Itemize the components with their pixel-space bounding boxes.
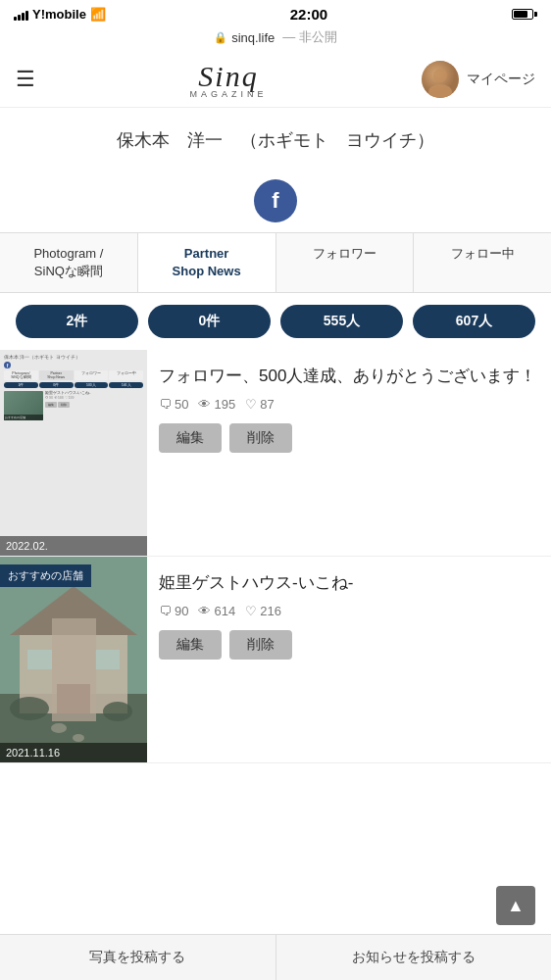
comment-count-2: 🗨 90 — [159, 604, 188, 618]
logo-text: Sinq — [198, 60, 258, 93]
url-text: sinq.life — [231, 30, 275, 45]
hamburger-menu-icon[interactable]: ☰ — [16, 67, 35, 92]
delete-button-1[interactable]: 削除 — [229, 423, 292, 453]
post-info-1: フォロワー、500人達成、ありがとうございます！ 🗨 50 👁 195 ♡ 87… — [147, 350, 551, 556]
facebook-icon[interactable]: f — [254, 179, 297, 222]
table-row: 保木本 洋一（ホギモト ヨウイチ） f Photogram/SiNQな瞬間 Pa… — [0, 350, 551, 557]
user-section: 保木本 洋一 （ホギモト ヨウイチ） — [0, 108, 551, 164]
comment-count-1: 🗨 50 — [159, 397, 188, 412]
post-thumbnail: 保木本 洋一（ホギモト ヨウイチ） f Photogram/SiNQな瞬間 Pa… — [0, 350, 147, 556]
post-actions-2: 編集 削除 — [159, 630, 539, 660]
svg-point-1 — [433, 69, 447, 82]
tab-following[interactable]: フォロー中 — [414, 233, 551, 292]
private-badge: — 非公開 — [282, 28, 337, 46]
signal-icon — [14, 9, 28, 21]
post-info-2: 姫里ゲストハウス-いこね- 🗨 90 👁 614 ♡ 216 編集 削除 — [147, 557, 551, 762]
status-bar: Y!mobile 📶 22:00 — [0, 0, 551, 26]
status-right — [512, 9, 537, 20]
post-date-2: 2021.11.16 — [0, 743, 147, 762]
status-left: Y!mobile 📶 — [14, 7, 106, 22]
tabs-row: Photogram / SiNQな瞬間 Partner Shop News フォ… — [0, 232, 551, 293]
mypage-button[interactable]: マイページ — [467, 71, 535, 88]
comment-icon-2: 🗨 — [159, 604, 172, 618]
address-bar[interactable]: 🔒 sinq.life — 非公開 — [0, 26, 551, 52]
delete-button-2[interactable]: 削除 — [229, 630, 292, 660]
post-actions-1: 編集 削除 — [159, 423, 539, 453]
following-count-badge: 607人 — [413, 305, 535, 338]
followers-count-badge: 555人 — [280, 305, 403, 338]
svg-rect-9 — [95, 650, 120, 669]
site-header: ☰ Sinq MAGAZINE マイページ — [0, 52, 551, 108]
counts-row: 2件 0件 555人 607人 — [0, 293, 551, 350]
clock: 22:00 — [290, 6, 327, 23]
tab-photogram[interactable]: Photogram / SiNQな瞬間 — [0, 233, 138, 292]
carrier-name: Y!mobile — [32, 7, 86, 22]
battery-icon — [512, 9, 537, 20]
avatar[interactable] — [422, 61, 459, 98]
like-count-1: ♡ 87 — [245, 397, 274, 412]
svg-point-11 — [103, 702, 132, 721]
wifi-icon: 📶 — [90, 7, 106, 22]
store-label-2: おすすめの店舗 — [0, 564, 91, 587]
logo-sub: MAGAZINE — [189, 89, 267, 99]
post-date-1: 2022.02. — [0, 536, 147, 556]
heart-icon-1: ♡ — [245, 397, 257, 412]
view-count-1: 👁 195 — [198, 397, 235, 412]
view-icon-2: 👁 — [198, 604, 211, 618]
view-icon-1: 👁 — [198, 397, 211, 412]
svg-rect-8 — [27, 650, 52, 669]
svg-rect-7 — [57, 684, 90, 713]
header-right: マイページ — [422, 61, 535, 98]
partner-count-badge: 0件 — [148, 305, 271, 338]
post-title-2: 姫里ゲストハウス-いこね- — [159, 570, 539, 596]
svg-point-12 — [51, 723, 67, 733]
tab-partner-shop-news[interactable]: Partner Shop News — [138, 233, 276, 292]
svg-point-10 — [10, 697, 49, 720]
social-icons: f — [0, 164, 551, 232]
post-meta-2: 🗨 90 👁 614 ♡ 216 — [159, 604, 539, 618]
post-meta-1: 🗨 50 👁 195 ♡ 87 — [159, 397, 539, 412]
edit-button-2[interactable]: 編集 — [159, 630, 222, 660]
user-name: 保木本 洋一 （ホギモト ヨウイチ） — [16, 127, 535, 154]
logo-area: Sinq MAGAZINE — [35, 60, 422, 99]
comment-icon-1: 🗨 — [159, 397, 172, 412]
post-title-1: フォロワー、500人達成、ありがとうございます！ — [159, 364, 539, 389]
post-thumbnail-2: おすすめの店舗 2021.11.16 — [0, 557, 147, 762]
edit-button-1[interactable]: 編集 — [159, 423, 222, 453]
like-count-2: ♡ 216 — [245, 604, 281, 618]
table-row: おすすめの店舗 2021.11.16 姫里ゲストハウス-いこね- 🗨 90 👁 … — [0, 557, 551, 763]
tab-followers[interactable]: フォロワー — [276, 233, 415, 292]
content-area: 保木本 洋一（ホギモト ヨウイチ） f Photogram/SiNQな瞬間 Pa… — [0, 350, 551, 842]
photogram-count-badge: 2件 — [16, 305, 138, 338]
view-count-2: 👁 614 — [198, 604, 235, 618]
svg-point-13 — [73, 734, 84, 742]
heart-icon-2: ♡ — [245, 604, 257, 618]
lock-icon: 🔒 — [214, 31, 227, 44]
